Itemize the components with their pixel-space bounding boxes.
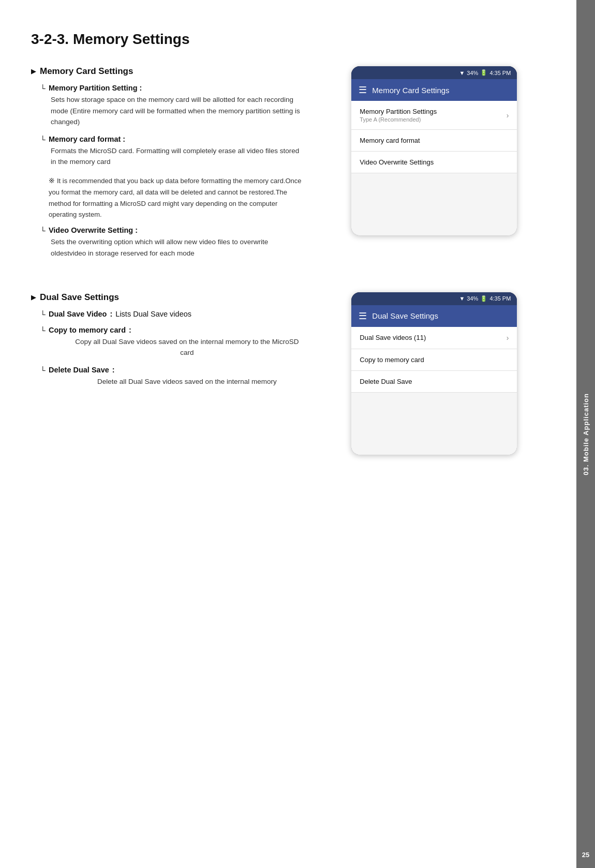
sub-item-delete-dual-save-desc: Delete all Dual Save videos saved on the… bbox=[40, 376, 303, 387]
note-text: ※It is recommended that you back up data… bbox=[49, 175, 303, 220]
sub-item-dual-save-video: Dual Save Video : Lists Dual Save videos bbox=[31, 310, 303, 319]
main-content: 3-2-3. Memory Settings Memory Card Setti… bbox=[0, 0, 576, 868]
sub-item-memory-format-title: Memory card format : bbox=[40, 135, 303, 144]
phone2-status-icons: ▼ 34% 🔋 4:35 PM bbox=[459, 295, 511, 302]
section2-phone-col: ▼ 34% 🔋 4:35 PM ☰ Dual Save Settings Dua… bbox=[323, 292, 545, 455]
phone-mockup-1: ▼ 34% 🔋 4:35 PM ☰ Memory Card Settings M bbox=[351, 66, 517, 235]
side-tab-label: 03. Mobile Application bbox=[582, 393, 590, 475]
sub-item-copy-to-memory-title: Copy to memory card : bbox=[40, 326, 303, 335]
battery-percent: 34% bbox=[467, 70, 478, 76]
page-number: 25 bbox=[576, 851, 595, 859]
sub-item-video-overwrite-title: Video Overwrite Setting : bbox=[40, 226, 303, 235]
phone2-header: ☰ Dual Save Settings bbox=[351, 305, 517, 327]
phone2-menu-item-0-label: Dual Save videos (11) bbox=[360, 334, 426, 341]
sub-item-video-overwrite-desc: Sets the overwriting option which will a… bbox=[40, 236, 303, 259]
sub-item-memory-partition: Memory Partition Setting : Sets how stor… bbox=[31, 84, 303, 128]
section1-text: Memory Card Settings Memory Partition Se… bbox=[31, 66, 303, 266]
side-tab: 03. Mobile Application 25 bbox=[576, 0, 595, 868]
phone1-arrow-0: › bbox=[507, 111, 509, 119]
section1-heading: Memory Card Settings bbox=[31, 66, 303, 77]
section2-row: Dual Save Settings Dual Save Video : Lis… bbox=[31, 292, 545, 455]
sub-item-delete-dual-save: Delete Dual Save : Delete all Dual Save … bbox=[31, 366, 303, 387]
note-block: ※It is recommended that you back up data… bbox=[40, 175, 303, 220]
phone2-status-bar: ▼ 34% 🔋 4:35 PM bbox=[351, 292, 517, 305]
phone2-menu-item-2-label: Delete Dual Save bbox=[360, 378, 412, 385]
section2-text: Dual Save Settings Dual Save Video : Lis… bbox=[31, 292, 303, 455]
phone2-arrow-0: › bbox=[507, 334, 509, 342]
phone1-menu-item-1[interactable]: Memory card format bbox=[351, 130, 517, 152]
battery-percent-2: 34% bbox=[467, 295, 478, 302]
phone1-menu-item-0-content: Memory Partition Settings Type A (Recomm… bbox=[360, 108, 437, 123]
time-display-2: 4:35 PM bbox=[489, 295, 511, 302]
phone2-menu-item-0[interactable]: Dual Save videos (11) › bbox=[351, 327, 517, 349]
signal-icon: ▼ bbox=[459, 70, 465, 76]
sub-item-copy-to-memory-desc: Copy all Dual Save videos saved on the i… bbox=[40, 336, 303, 358]
phone1-status-icons: ▼ 34% 🔋 4:35 PM bbox=[459, 69, 511, 76]
menu-icon-2: ☰ bbox=[359, 310, 367, 322]
sub-item-dual-save-video-title: Dual Save Video : Lists Dual Save videos bbox=[40, 310, 303, 319]
phone2-menu-item-1-label: Copy to memory card bbox=[360, 356, 424, 364]
phone-mockup-2: ▼ 34% 🔋 4:35 PM ☰ Dual Save Settings Dua… bbox=[351, 292, 517, 455]
section1-phone-col: ▼ 34% 🔋 4:35 PM ☰ Memory Card Settings M bbox=[323, 66, 545, 266]
phone1-menu-item-0-label: Memory Partition Settings bbox=[360, 108, 437, 115]
sub-item-delete-dual-save-title: Delete Dual Save : bbox=[40, 366, 303, 375]
signal-icon-2: ▼ bbox=[459, 295, 465, 302]
note-symbol: ※ bbox=[49, 176, 55, 185]
phone2-empty-area bbox=[351, 393, 517, 455]
menu-icon: ☰ bbox=[359, 84, 367, 96]
sub-item-memory-format-desc: Formats the MicroSD card. Formatting wil… bbox=[40, 145, 303, 168]
section2-heading: Dual Save Settings bbox=[31, 292, 303, 303]
phone1-empty-area bbox=[351, 173, 517, 235]
battery-icon: 🔋 bbox=[480, 69, 487, 76]
phone1-menu-item-2-label: Video Overwrite Settings bbox=[360, 158, 434, 166]
sub-item-memory-partition-title: Memory Partition Setting : bbox=[40, 84, 303, 93]
sub-item-copy-to-memory: Copy to memory card : Copy all Dual Save… bbox=[31, 326, 303, 358]
phone1-menu-item-0-sub: Type A (Recommended) bbox=[360, 116, 437, 123]
phone2-header-title: Dual Save Settings bbox=[372, 311, 438, 320]
phone2-menu-item-2[interactable]: Delete Dual Save bbox=[351, 371, 517, 393]
sub-item-video-overwrite: Video Overwrite Setting : Sets the overw… bbox=[31, 226, 303, 259]
phone1-menu-item-2[interactable]: Video Overwrite Settings bbox=[351, 152, 517, 173]
phone2-menu-item-1[interactable]: Copy to memory card bbox=[351, 349, 517, 371]
phone2-body: Dual Save videos (11) › Copy to memory c… bbox=[351, 327, 517, 455]
phone1-menu-item-1-label: Memory card format bbox=[360, 137, 420, 144]
phone1-header: ☰ Memory Card Settings bbox=[351, 79, 517, 101]
time-display: 4:35 PM bbox=[489, 70, 511, 76]
phone1-header-title: Memory Card Settings bbox=[372, 86, 449, 95]
battery-icon-2: 🔋 bbox=[480, 295, 487, 302]
section1-row: Memory Card Settings Memory Partition Se… bbox=[31, 66, 545, 266]
phone1-body: Memory Partition Settings Type A (Recomm… bbox=[351, 101, 517, 235]
sub-item-memory-format: Memory card format : Formats the MicroSD… bbox=[31, 135, 303, 168]
phone1-menu-item-0[interactable]: Memory Partition Settings Type A (Recomm… bbox=[351, 101, 517, 130]
sub-item-memory-partition-desc: Sets how storage space on the memory car… bbox=[40, 94, 303, 128]
page-title: 3-2-3. Memory Settings bbox=[31, 31, 545, 48]
phone1-status-bar: ▼ 34% 🔋 4:35 PM bbox=[351, 66, 517, 79]
